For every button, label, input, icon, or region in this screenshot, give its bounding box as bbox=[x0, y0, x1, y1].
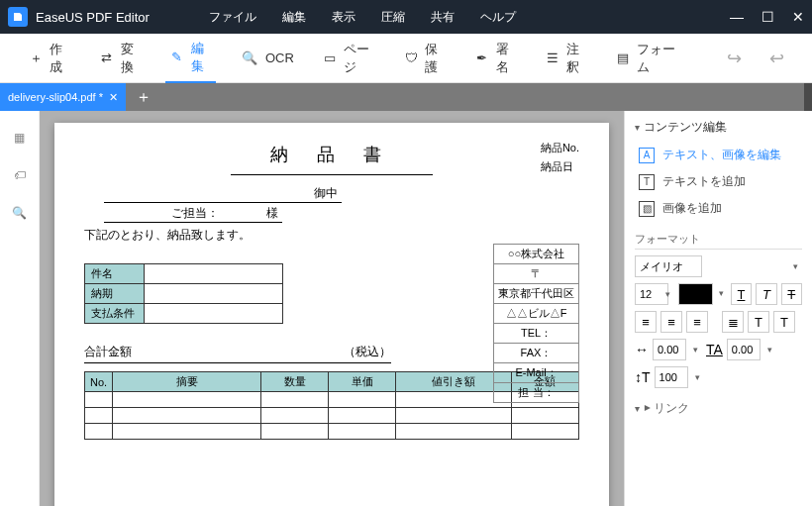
side-panel: コンテンツ編集 Aテキスト、画像を編集 Tテキストを追加 ▧画像を追加 フォーマ… bbox=[624, 111, 812, 506]
underline-button[interactable]: T bbox=[731, 283, 752, 305]
window-close-icon[interactable]: ✕ bbox=[792, 9, 804, 25]
window-minimize-icon[interactable]: — bbox=[730, 9, 744, 25]
plus-icon: ＋ bbox=[28, 49, 44, 68]
tab-add-button[interactable]: ＋ bbox=[126, 83, 161, 111]
tool-create[interactable]: ＋作成 bbox=[24, 35, 74, 82]
page-icon: ▭ bbox=[322, 49, 338, 68]
pdf-page[interactable]: 納 品 書 納品No. 納品日 御中 ご担当： 様 下記のとおり、納品致します。… bbox=[54, 123, 609, 506]
document-view[interactable]: 納 品 書 納品No. 納品日 御中 ご担当： 様 下記のとおり、納品致します。… bbox=[40, 111, 624, 506]
app-logo bbox=[8, 7, 28, 27]
tool-protect[interactable]: 🛡保護 bbox=[399, 35, 450, 82]
letter-spacing-icon: ↔ bbox=[635, 342, 649, 357]
superscript-button[interactable]: T bbox=[748, 311, 769, 333]
content-edit-section[interactable]: コンテンツ編集 bbox=[635, 119, 802, 136]
add-image-button[interactable]: ▧画像を追加 bbox=[635, 195, 802, 222]
align-right-button[interactable]: ≡ bbox=[686, 311, 708, 333]
search-icon[interactable]: 🔍 bbox=[12, 206, 27, 220]
menu-view[interactable]: 表示 bbox=[332, 9, 355, 26]
link-section[interactable]: ▾リンク bbox=[635, 400, 802, 417]
italic-button[interactable]: T bbox=[756, 283, 776, 305]
edit-text-image-button[interactable]: Aテキスト、画像を編集 bbox=[635, 142, 802, 168]
format-section-title: フォーマット bbox=[635, 232, 802, 250]
strike-button[interactable]: T bbox=[781, 283, 802, 305]
app-title: EaseUS PDF Editor bbox=[36, 10, 150, 25]
tab-close-icon[interactable]: ✕ bbox=[109, 91, 118, 104]
subscript-button[interactable]: T bbox=[773, 311, 795, 333]
menu-file[interactable]: ファイル bbox=[209, 9, 256, 26]
ocr-icon: 🔍 bbox=[240, 49, 259, 68]
sum-row: 合計金額（税込） bbox=[84, 344, 391, 363]
pencil-icon: ✎ bbox=[169, 48, 185, 67]
text-image-icon: A bbox=[639, 148, 655, 163]
align-left-button[interactable]: ≡ bbox=[635, 311, 657, 333]
document-tab[interactable]: delivery-slip04.pdf * ✕ bbox=[0, 83, 126, 111]
image-icon: ▧ bbox=[639, 201, 655, 217]
delivery-no-label: 納品No. bbox=[541, 141, 579, 155]
delivery-note: 下記のとおり、納品致します。 bbox=[84, 227, 579, 244]
add-text-button[interactable]: Tテキストを追加 bbox=[635, 168, 802, 195]
font-size-input[interactable] bbox=[635, 283, 668, 305]
tab-label: delivery-slip04.pdf * bbox=[8, 91, 103, 103]
letter-spacing-input[interactable] bbox=[653, 339, 686, 360]
onchu-line: 御中 bbox=[104, 185, 342, 203]
tool-ocr[interactable]: 🔍OCR bbox=[236, 43, 298, 74]
line-height-input[interactable] bbox=[655, 366, 688, 388]
thumbnail-icon[interactable]: ▦ bbox=[14, 131, 25, 145]
tag-icon[interactable]: 🏷 bbox=[14, 168, 26, 182]
font-select[interactable]: メイリオ bbox=[635, 255, 702, 277]
justify-button[interactable]: ≣ bbox=[722, 311, 744, 333]
sign-icon: ✒ bbox=[473, 49, 489, 68]
line-height-icon: ↕T bbox=[635, 369, 651, 385]
tool-form[interactable]: ▤フォーム bbox=[611, 35, 683, 82]
redo-icon[interactable]: ↪ bbox=[723, 44, 746, 73]
shield-icon: 🛡 bbox=[403, 49, 419, 68]
menu-compress[interactable]: 圧縮 bbox=[381, 9, 405, 26]
tool-convert[interactable]: ⇄変換 bbox=[94, 35, 145, 82]
info-table: 件名 納期 支払条件 bbox=[84, 263, 283, 324]
undo-icon[interactable]: ↩ bbox=[765, 44, 788, 73]
window-maximize-icon[interactable]: ☐ bbox=[761, 9, 774, 25]
menu-help[interactable]: ヘルプ bbox=[480, 9, 516, 26]
char-scale-input[interactable] bbox=[727, 339, 761, 360]
tool-page[interactable]: ▭ページ bbox=[318, 35, 379, 82]
company-address: ○○株式会社〒東京都千代田区△△ビル△FTEL：FAX：E-Mail：担 当： bbox=[493, 244, 579, 402]
form-icon: ▤ bbox=[615, 49, 631, 68]
annotate-icon: ☰ bbox=[545, 49, 560, 68]
tanto-line: ご担当： 様 bbox=[104, 205, 282, 223]
align-center-button[interactable]: ≡ bbox=[660, 311, 682, 333]
menu-edit[interactable]: 編集 bbox=[282, 9, 306, 26]
doc-title: 納 品 書 bbox=[270, 143, 393, 170]
tabs-overflow bbox=[804, 83, 812, 111]
tool-annotate[interactable]: ☰注釈 bbox=[541, 35, 591, 82]
text-icon: T bbox=[639, 174, 655, 190]
color-swatch[interactable] bbox=[678, 283, 713, 305]
convert-icon: ⇄ bbox=[98, 49, 114, 68]
menu-share[interactable]: 共有 bbox=[431, 9, 455, 26]
tool-edit[interactable]: ✎編集 bbox=[165, 34, 216, 83]
delivery-date-label: 納品日 bbox=[541, 159, 579, 174]
char-scale-icon: TA bbox=[706, 342, 723, 357]
tool-sign[interactable]: ✒署名 bbox=[469, 35, 520, 82]
